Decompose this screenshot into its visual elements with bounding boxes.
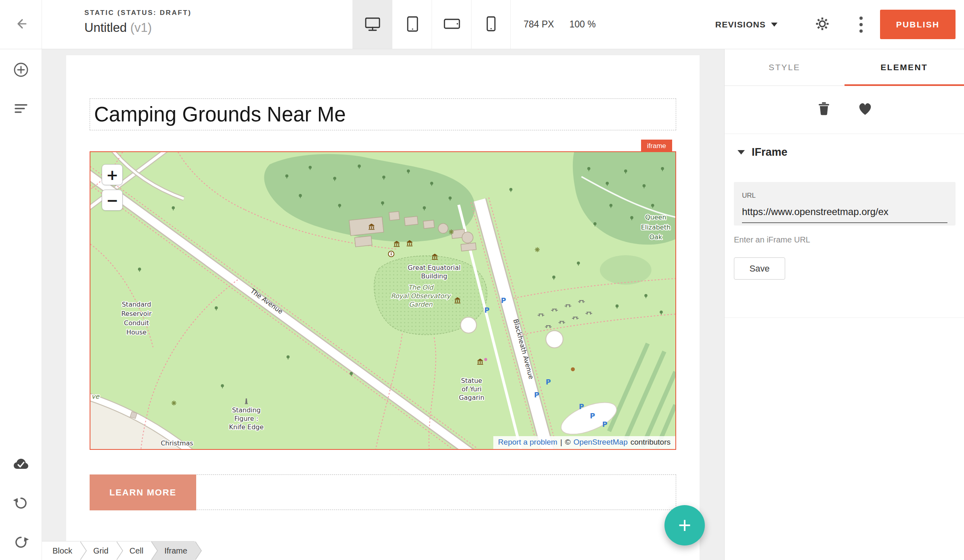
svg-text:Statue: Statue (461, 377, 482, 384)
document-version: (v1) (130, 21, 152, 35)
svg-text:Great Equatorial: Great Equatorial (408, 264, 461, 272)
device-mobile-portrait-button[interactable] (471, 0, 511, 49)
breadcrumb-item-block[interactable]: Block (42, 541, 80, 560)
add-block-button[interactable] (0, 56, 42, 85)
url-input[interactable] (742, 206, 947, 223)
svg-text:Gagarin: Gagarin (459, 394, 484, 401)
svg-text:P: P (501, 297, 506, 305)
heading-block[interactable]: Camping Grounds Near Me (90, 98, 676, 130)
svg-text:Standard: Standard (122, 301, 151, 308)
gear-icon (814, 15, 831, 34)
map-zoom-controls: + − (102, 164, 123, 211)
iframe-section-header[interactable]: IFrame (725, 134, 964, 170)
svg-text:Figure :: Figure : (235, 415, 258, 422)
svg-text:Knife Edge: Knife Edge (229, 423, 264, 431)
tab-element[interactable]: ELEMENT (845, 49, 964, 86)
iframe-block[interactable]: iframe (90, 151, 676, 450)
tablet-icon (403, 15, 421, 34)
svg-text:P: P (484, 306, 490, 314)
panel-divider (725, 318, 964, 318)
url-field-group: URL (734, 182, 956, 226)
cloud-check-icon (12, 455, 30, 475)
editor-canvas: Camping Grounds Near Me iframe (42, 49, 724, 560)
save-button[interactable]: Save (734, 257, 785, 280)
zoom-level-label: 100 % (569, 19, 595, 30)
svg-text:Christmas: Christmas (161, 439, 193, 447)
back-arrow-icon (13, 16, 29, 33)
svg-text:Royal Observatory: Royal Observatory (391, 292, 451, 300)
redo-icon (12, 533, 30, 553)
element-toolbar (725, 86, 964, 134)
tab-style[interactable]: STYLE (725, 49, 845, 86)
svg-text:P: P (546, 378, 551, 386)
svg-text:Conduit: Conduit (124, 319, 149, 327)
svg-text:P: P (579, 403, 584, 411)
revisions-dropdown[interactable]: REVISIONS (715, 0, 777, 49)
svg-text:Garden: Garden (409, 301, 433, 308)
map[interactable]: P P P P P P P The Avenue Blackheath Aven… (90, 152, 675, 449)
trash-icon (816, 101, 832, 119)
undo-button[interactable] (0, 489, 42, 518)
svg-text:Elizabeth: Elizabeth (641, 224, 671, 231)
publish-button[interactable]: PUBLISH (880, 10, 956, 39)
back-button[interactable] (0, 0, 42, 49)
page-heading: Camping Grounds Near Me (90, 102, 346, 126)
kebab-icon (859, 17, 863, 33)
learn-more-button[interactable]: LEARN MORE (90, 474, 196, 510)
map-zoom-in-button[interactable]: + (102, 164, 123, 185)
report-problem-link[interactable]: Report a problem (498, 438, 557, 447)
desktop-icon (364, 15, 381, 34)
url-label: URL (742, 192, 947, 200)
svg-text:The Old: The Old (408, 284, 434, 291)
svg-text:P: P (602, 420, 608, 428)
svg-text:Building: Building (421, 272, 447, 280)
delete-element-button[interactable] (813, 98, 835, 121)
page-title: Untitled (v1) (84, 21, 192, 35)
viewport-width-label: 784 PX (524, 19, 554, 30)
map-zoom-out-button[interactable]: − (102, 190, 123, 211)
contributors-label: contributors (631, 438, 671, 447)
favorite-element-button[interactable] (854, 98, 876, 121)
panel-tabs: STYLE ELEMENT (725, 49, 964, 86)
breadcrumb: Block Grid Cell Iframe (42, 541, 195, 560)
topbar: STATIC (STATUS: DRAFT) Untitled (v1) (0, 0, 964, 49)
viewport-info: 784 PX 100 % (524, 0, 596, 49)
svg-text:Oak: Oak (650, 233, 662, 241)
plus-icon: + (678, 512, 691, 538)
collapse-caret-icon (738, 150, 745, 155)
svg-text:of Yuri: of Yuri (461, 385, 481, 393)
section-title: IFrame (752, 146, 788, 159)
overflow-menu-button[interactable] (851, 0, 871, 49)
map-attribution: Report a problem | © OpenStreetMap contr… (493, 436, 675, 449)
map-svg: P P P P P P P The Avenue Blackheath Aven… (90, 152, 675, 449)
autosave-indicator[interactable] (0, 451, 42, 480)
undo-icon (12, 494, 30, 514)
svg-text:P: P (534, 391, 539, 399)
device-tablet-button[interactable] (392, 0, 432, 49)
svg-text:Standing: Standing (232, 406, 261, 414)
svg-text:House: House (126, 328, 147, 336)
svg-text:ve: ve (92, 393, 100, 400)
device-mobile-landscape-button[interactable] (432, 0, 471, 49)
device-desktop-button[interactable] (352, 0, 392, 49)
chevron-down-icon (771, 23, 777, 27)
plus-circle-icon (12, 61, 30, 80)
osm-link[interactable]: OpenStreetMap (574, 438, 628, 447)
mobile-portrait-icon (482, 15, 500, 34)
redo-button[interactable] (0, 529, 42, 558)
menu-lines-icon (13, 100, 29, 118)
settings-button[interactable] (811, 0, 834, 49)
device-toolbar (352, 0, 511, 49)
copyright-symbol: © (565, 438, 571, 447)
fab-add-button[interactable]: + (664, 505, 705, 545)
document-name: Untitled (84, 21, 127, 35)
document-title-group: STATIC (STATUS: DRAFT) Untitled (v1) (84, 9, 192, 35)
svg-text:Reservoir: Reservoir (122, 310, 152, 318)
heart-icon (857, 100, 874, 119)
menu-button[interactable] (0, 95, 42, 124)
page-card: Camping Grounds Near Me iframe (66, 55, 700, 560)
url-helper-text: Enter an iFrame URL (734, 235, 964, 244)
iframe-badge: iframe (641, 140, 672, 152)
button-block[interactable]: LEARN MORE (90, 474, 676, 510)
svg-text:Queen: Queen (645, 213, 666, 221)
